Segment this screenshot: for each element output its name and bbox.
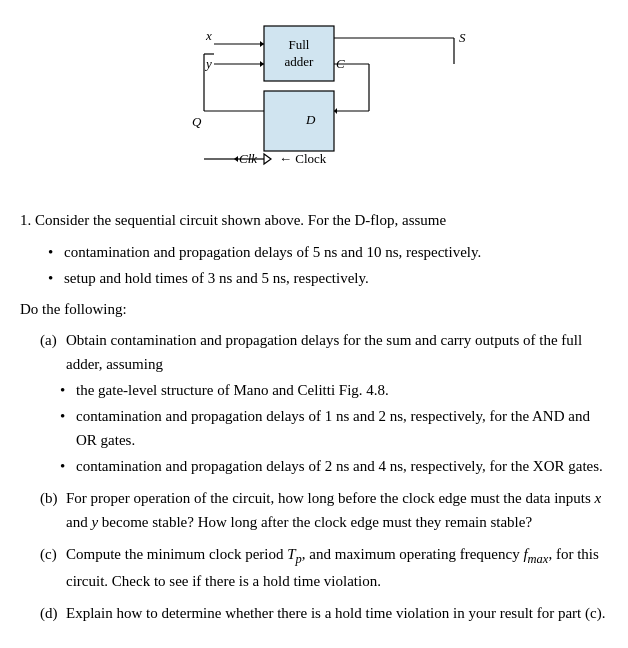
part-a-subitems: the gate-level structure of Mano and Cel… (60, 378, 608, 478)
part-a-text: Obtain contamination and propagation del… (66, 328, 608, 376)
sub-problems: (a) Obtain contamination and propagation… (40, 328, 608, 625)
svg-rect-16 (264, 91, 334, 151)
svg-text:x: x (205, 28, 212, 43)
do-following-text: Do the following: (20, 298, 608, 321)
problem-intro: 1. Consider the sequential circuit shown… (20, 209, 608, 232)
part-b-label: (b) (40, 486, 60, 534)
svg-text:D: D (305, 112, 316, 127)
part-c: (c) Compute the minimum clock period Tp,… (40, 542, 608, 593)
part-c-label: (c) (40, 542, 60, 593)
svg-marker-19 (264, 154, 271, 164)
svg-text:S: S (459, 30, 466, 45)
svg-text:← Clock: ← Clock (279, 151, 327, 166)
part-a-label: (a) (40, 328, 60, 376)
svg-text:Full: Full (289, 37, 310, 52)
part-a: (a) Obtain contamination and propagation… (40, 328, 608, 478)
circuit-diagram: Full adder x y S C D Clk ← Clock (20, 16, 608, 191)
svg-marker-22 (234, 156, 238, 162)
part-d-text: Explain how to determine whether there i… (66, 601, 608, 625)
svg-marker-4 (260, 41, 264, 47)
part-d: (d) Explain how to determine whether the… (40, 601, 608, 625)
part-b: (b) For proper operation of the circuit,… (40, 486, 608, 534)
svg-marker-7 (260, 61, 264, 67)
problem-section: 1. Consider the sequential circuit shown… (20, 209, 608, 625)
part-a-sub-1: the gate-level structure of Mano and Cel… (60, 378, 608, 402)
part-c-text: Compute the minimum clock period Tp, and… (66, 542, 608, 593)
part-a-sub-2: contamination and propagation delays of … (60, 404, 608, 452)
assumptions-list: contamination and propagation delays of … (48, 240, 608, 290)
part-b-text: For proper operation of the circuit, how… (66, 486, 608, 534)
svg-text:Q: Q (192, 114, 202, 129)
assumption-1: contamination and propagation delays of … (48, 240, 608, 264)
part-d-label: (d) (40, 601, 60, 625)
assumption-2: setup and hold times of 3 ns and 5 ns, r… (48, 266, 608, 290)
intro-text: Consider the sequential circuit shown ab… (35, 212, 446, 228)
svg-text:adder: adder (285, 54, 315, 69)
part-a-sub-3: contamination and propagation delays of … (60, 454, 608, 478)
svg-text:y: y (204, 56, 212, 71)
